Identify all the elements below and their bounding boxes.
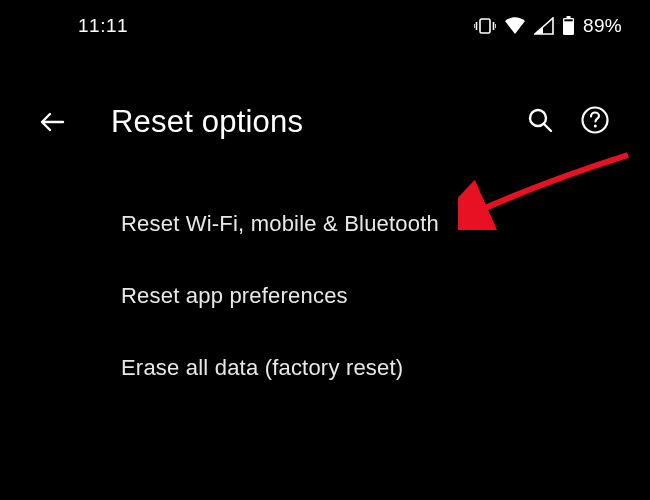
vibrate-icon bbox=[474, 17, 496, 35]
svg-rect-5 bbox=[567, 16, 571, 18]
wifi-icon bbox=[504, 17, 526, 35]
option-erase-all-data[interactable]: Erase all data (factory reset) bbox=[0, 332, 650, 404]
help-icon bbox=[580, 105, 610, 135]
help-button[interactable] bbox=[580, 105, 610, 139]
status-bar: 11:11 bbox=[0, 0, 650, 48]
svg-rect-0 bbox=[480, 19, 490, 33]
status-time: 11:11 bbox=[28, 15, 128, 37]
header: Reset options bbox=[0, 48, 650, 164]
battery-percentage: 89% bbox=[583, 15, 622, 37]
options-list: Reset Wi-Fi, mobile & Bluetooth Reset ap… bbox=[0, 164, 650, 404]
svg-line-9 bbox=[544, 124, 551, 131]
search-icon bbox=[526, 106, 554, 134]
signal-icon bbox=[534, 17, 554, 35]
back-arrow-icon bbox=[38, 108, 66, 136]
option-reset-wifi-mobile-bluetooth[interactable]: Reset Wi-Fi, mobile & Bluetooth bbox=[0, 188, 650, 260]
back-button[interactable] bbox=[28, 98, 76, 146]
page-title: Reset options bbox=[111, 104, 526, 140]
status-icons: 89% bbox=[474, 15, 622, 37]
option-reset-app-preferences[interactable]: Reset app preferences bbox=[0, 260, 650, 332]
battery-icon bbox=[562, 16, 575, 36]
svg-point-11 bbox=[594, 125, 597, 128]
svg-rect-7 bbox=[564, 19, 572, 21]
search-button[interactable] bbox=[526, 106, 554, 138]
